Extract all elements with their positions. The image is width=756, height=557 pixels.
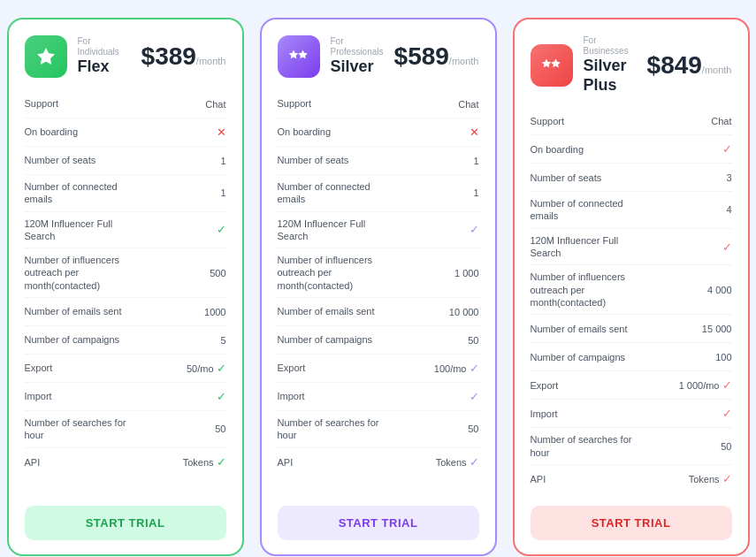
check-icon: ✓ <box>470 455 479 469</box>
feature-value: Chat <box>458 99 478 110</box>
feature-row: APITokens ✓ <box>278 448 479 477</box>
feature-text: Tokens <box>689 474 720 485</box>
feature-value: ✓ <box>217 390 226 403</box>
feature-text: 50/mo <box>187 363 214 374</box>
feature-value: Tokens ✓ <box>436 455 479 469</box>
feature-row: 120M Influencer Full Search✓ <box>25 212 226 249</box>
feature-value: ✓ <box>722 142 732 156</box>
feature-value: 1000 <box>204 307 225 317</box>
check-icon: ✓ <box>722 142 732 156</box>
cta-button-silver[interactable]: START TRIAL <box>278 506 479 540</box>
feature-value: 1 <box>473 187 478 198</box>
feature-row: SupportChat <box>25 90 226 118</box>
feature-label: Number of influencers outreach per month… <box>278 254 394 292</box>
feature-row: Number of seats3 <box>531 164 732 192</box>
feature-label: 120M Influencer Full Search <box>25 217 141 243</box>
plan-icon <box>531 44 573 87</box>
feature-value: 50 <box>468 423 478 434</box>
plan-icon <box>278 35 320 78</box>
feature-label: Import <box>531 408 558 420</box>
feature-label: Number of seats <box>25 154 96 166</box>
feature-row: Import✓ <box>25 383 226 411</box>
feature-row: Number of searches for hour50 <box>531 428 732 465</box>
plan-price: $589/month <box>394 42 479 71</box>
cta-button-flex[interactable]: START TRIAL <box>25 506 226 540</box>
check-icon: ✓ <box>217 390 226 403</box>
feature-value: 50 <box>215 423 225 434</box>
feature-row: Number of connected emails1 <box>278 175 479 212</box>
feature-value: 15 000 <box>702 324 732 334</box>
feature-value: 100/mo ✓ <box>434 362 479 375</box>
feature-value: 4 <box>726 204 731 215</box>
card-header: For IndividualsFlex$389/month <box>25 35 226 78</box>
cta-button-silver-plus[interactable]: START TRIAL <box>531 506 732 540</box>
feature-label: Number of connected emails <box>25 180 141 206</box>
feature-row: Number of campaigns50 <box>278 326 479 355</box>
price-amount: $589 <box>394 42 449 70</box>
price-period: /month <box>196 56 226 66</box>
plan-for-label: For Businesses <box>584 35 637 57</box>
feature-label: Export <box>278 362 306 374</box>
feature-value: 10 000 <box>449 307 479 317</box>
feature-label: Number of campaigns <box>25 333 120 346</box>
feature-text: Tokens <box>436 457 467 468</box>
feature-label: On boarding <box>25 126 79 138</box>
features-list: SupportChatOn boarding✕Number of seats1N… <box>278 90 479 493</box>
feature-label: 120M Influencer Full Search <box>278 217 394 243</box>
feature-row: Number of emails sent10 000 <box>278 298 479 326</box>
feature-row: Export100/mo ✓ <box>278 355 479 383</box>
plan-name-label: Silver Plus <box>584 57 637 95</box>
feature-value: 1 000 <box>454 268 479 278</box>
feature-label: Number of connected emails <box>531 197 647 223</box>
plan-name-block: For IndividualsFlex <box>78 36 131 77</box>
feature-label: Number of emails sent <box>278 305 375 317</box>
plan-price: $389/month <box>141 42 226 71</box>
feature-value: Tokens ✓ <box>689 472 732 485</box>
feature-row: Number of connected emails4 <box>531 192 732 229</box>
feature-row: Number of campaigns100 <box>531 343 732 371</box>
plan-card-flex: For IndividualsFlex$389/monthSupportChat… <box>7 18 244 556</box>
feature-value: 100 <box>715 352 731 362</box>
plan-for-label: For Professionals <box>331 36 384 57</box>
features-list: SupportChatOn boarding✓Number of seats3N… <box>531 107 732 493</box>
pricing-cards: For IndividualsFlex$389/monthSupportChat… <box>13 18 743 556</box>
feature-value: ✓ <box>470 223 479 236</box>
card-header: For ProfessionalsSilver$589/month <box>278 35 479 78</box>
feature-label: Import <box>25 390 52 402</box>
feature-label: Number of campaigns <box>531 351 626 363</box>
feature-value: 50 <box>721 441 731 452</box>
feature-label: Number of influencers outreach per month… <box>25 254 141 292</box>
check-icon: ✓ <box>217 362 226 375</box>
feature-row: Number of emails sent15 000 <box>531 315 732 343</box>
plan-name-label: Flex <box>78 57 131 77</box>
feature-value: Tokens ✓ <box>183 455 226 469</box>
feature-value: Chat <box>205 99 225 110</box>
price-amount: $849 <box>647 51 702 79</box>
feature-row: SupportChat <box>278 90 479 118</box>
feature-value: 1 000/mo ✓ <box>679 378 732 392</box>
feature-value: 1 <box>220 156 225 166</box>
feature-row: APITokens ✓ <box>25 448 226 477</box>
feature-row: Import✓ <box>531 400 732 428</box>
feature-label: 120M Influencer Full Search <box>531 234 647 260</box>
feature-row: 120M Influencer Full Search✓ <box>531 229 732 266</box>
feature-label: Number of searches for hour <box>278 416 394 442</box>
feature-label: Support <box>278 97 312 110</box>
features-list: SupportChatOn boarding✕Number of seats1N… <box>25 90 226 493</box>
feature-row: Number of influencers outreach per month… <box>278 248 479 298</box>
feature-value: Chat <box>711 116 731 126</box>
check-icon: ✓ <box>470 362 479 375</box>
feature-value: ✓ <box>722 407 732 420</box>
feature-row: Number of seats1 <box>278 147 479 175</box>
feature-value: 5 <box>220 335 225 346</box>
feature-value: ✕ <box>470 126 479 139</box>
feature-label: Number of searches for hour <box>531 433 647 459</box>
feature-row: 120M Influencer Full Search✓ <box>278 212 479 249</box>
feature-value: 50 <box>468 335 478 346</box>
check-icon: ✓ <box>470 223 479 236</box>
feature-label: Number of emails sent <box>25 305 122 317</box>
feature-label: Number of influencers outreach per month… <box>531 271 647 309</box>
cross-icon: ✕ <box>470 126 479 139</box>
feature-label: API <box>278 456 294 469</box>
feature-value: ✓ <box>470 390 479 403</box>
